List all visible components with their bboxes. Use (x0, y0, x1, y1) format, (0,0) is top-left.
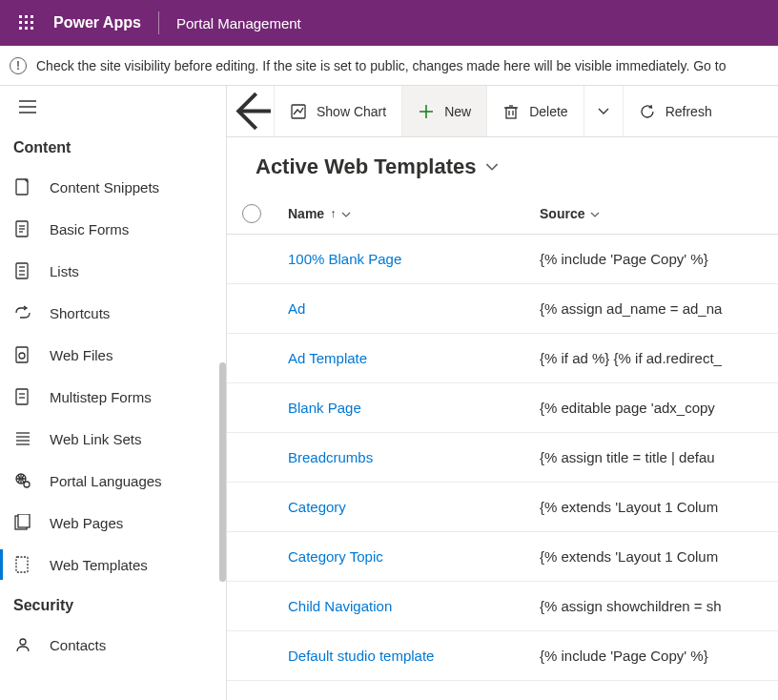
webpage-icon (13, 513, 32, 532)
row-name-link[interactable]: Breadcrumbs (288, 449, 540, 465)
row-name-link[interactable]: Category Topic (288, 548, 540, 565)
back-button[interactable] (227, 86, 275, 136)
sidebar-item-web-link-sets[interactable]: Web Link Sets (0, 418, 226, 460)
row-source-text: {% editable page 'adx_copy (540, 400, 778, 416)
multistep-icon (13, 387, 32, 406)
waffle-icon[interactable] (8, 0, 46, 46)
chart-icon (290, 103, 307, 120)
table-row[interactable]: Child Navigation{% assign showchildren =… (227, 582, 778, 631)
new-button[interactable]: New (402, 86, 487, 136)
svg-rect-34 (16, 557, 28, 572)
column-header-source[interactable]: Source (540, 206, 600, 221)
sidebar-item-basic-forms[interactable]: Basic Forms (0, 208, 226, 250)
brand-label[interactable]: Power Apps (46, 14, 158, 31)
svg-rect-1 (25, 15, 28, 18)
language-icon (13, 471, 32, 490)
grid-body: 100% Blank Page{% include 'Page Copy' %}… (227, 235, 778, 700)
sidebar-item-contacts[interactable]: Contacts (0, 624, 226, 666)
list-icon (13, 261, 32, 280)
row-name-link[interactable]: Blank Page (288, 400, 540, 416)
sidebar-item-multistep-forms[interactable]: Multistep Forms (0, 376, 226, 418)
form-icon (13, 219, 32, 238)
svg-rect-33 (18, 514, 30, 527)
sidebar-item-label: Basic Forms (50, 221, 129, 237)
column-source-label: Source (540, 206, 584, 221)
notice-text: Check the site visibility before editing… (36, 58, 726, 73)
table-row[interactable]: Ad Template{% if ad %} {% if ad.redirect… (227, 334, 778, 383)
table-row[interactable]: Category Topic{% extends 'Layout 1 Colum (227, 532, 778, 582)
shortcut-icon (13, 303, 32, 322)
sidebar-item-web-files[interactable]: Web Files (0, 334, 226, 376)
plus-icon (418, 103, 435, 120)
delete-split-button[interactable] (584, 86, 624, 136)
svg-rect-6 (19, 27, 22, 30)
row-name-link[interactable]: Child Navigation (288, 598, 540, 614)
sidebar-item-shortcuts[interactable]: Shortcuts (0, 292, 226, 334)
svg-rect-4 (25, 21, 28, 24)
scrollbar[interactable] (219, 362, 226, 582)
delete-button[interactable]: Delete (487, 86, 584, 136)
view-header[interactable]: Active Web Templates (227, 137, 778, 193)
svg-point-31 (24, 482, 30, 487)
row-source-text: {% include 'Page Copy' %} (540, 648, 778, 664)
sort-ascending-icon: ↑ (330, 207, 336, 220)
hamburger-button[interactable] (0, 86, 226, 128)
show-chart-button[interactable]: Show Chart (275, 86, 402, 136)
table-row[interactable]: Category{% extends 'Layout 1 Colum (227, 483, 778, 532)
row-name-link[interactable]: Category (288, 499, 540, 515)
row-name-link[interactable]: Default studio template (288, 648, 540, 664)
sidebar-item-label: Web Pages (50, 515, 123, 531)
app-name[interactable]: Portal Management (159, 15, 301, 31)
row-name-link[interactable]: Ad (288, 300, 540, 317)
sidebar-item-label: Web Files (50, 347, 113, 363)
sidebar-item-label: Portal Languages (50, 473, 162, 489)
grid-header: Name ↑ Source (227, 193, 778, 235)
row-source-text: {% assign ad_name = ad_na (540, 300, 778, 317)
row-source-text: {% include 'Page Copy' %} (540, 251, 778, 267)
row-name-link[interactable]: Ad Template (288, 350, 540, 366)
section-header-security: Security (0, 586, 226, 624)
svg-rect-0 (19, 15, 22, 18)
table-row[interactable]: 100% Blank Page{% include 'Page Copy' %} (227, 235, 778, 284)
select-all-checkbox[interactable] (242, 204, 261, 223)
main-area: Show Chart New Delete Refresh Active Web… (227, 86, 778, 700)
svg-point-35 (20, 639, 26, 645)
section-header-content: Content (0, 128, 226, 166)
sidebar-item-label: Shortcuts (50, 305, 110, 321)
chevron-down-icon (341, 208, 351, 219)
svg-rect-21 (16, 347, 28, 362)
show-chart-label: Show Chart (317, 104, 386, 119)
svg-rect-7 (25, 27, 28, 30)
svg-rect-3 (19, 21, 22, 24)
table-row[interactable]: Ad{% assign ad_name = ad_na (227, 284, 778, 334)
sidebar-item-label: Web Link Sets (50, 431, 141, 447)
svg-rect-8 (31, 27, 33, 30)
sidebar-item-label: Contacts (50, 637, 106, 653)
column-header-name[interactable]: Name ↑ (288, 206, 540, 221)
template-icon (13, 555, 32, 574)
svg-rect-12 (16, 179, 28, 195)
row-source-text: {% extends 'Layout 1 Colum (540, 499, 778, 515)
sidebar-item-portal-languages[interactable]: Portal Languages (0, 460, 226, 502)
svg-rect-2 (31, 15, 33, 18)
chevron-down-icon (590, 208, 600, 219)
sidebar-item-web-templates[interactable]: Web Templates (0, 544, 226, 586)
sidebar-item-label: Lists (50, 263, 79, 279)
row-name-link[interactable]: 100% Blank Page (288, 251, 540, 267)
sidebar-item-label: Web Templates (50, 557, 148, 573)
delete-label: Delete (529, 104, 567, 119)
sidebar-item-web-pages[interactable]: Web Pages (0, 502, 226, 544)
sidebar-item-lists[interactable]: Lists (0, 250, 226, 292)
table-row[interactable]: Blank Page{% editable page 'adx_copy (227, 383, 778, 433)
svg-rect-40 (506, 108, 516, 118)
table-row[interactable]: Breadcrumbs{% assign title = title | def… (227, 433, 778, 483)
table-row[interactable]: Default studio template{% include 'Page … (227, 631, 778, 681)
svg-point-22 (19, 353, 25, 359)
refresh-button[interactable]: Refresh (624, 86, 727, 136)
sidebar-item-content-snippets[interactable]: Content Snippets (0, 166, 226, 208)
sidebar: Content Content Snippets Basic Forms Lis… (0, 86, 227, 700)
notice-bar: Check the site visibility before editing… (0, 46, 778, 86)
trash-icon (502, 103, 520, 120)
row-source-text: {% assign title = title | defau (540, 449, 778, 465)
view-title: Active Web Templates (256, 154, 476, 179)
